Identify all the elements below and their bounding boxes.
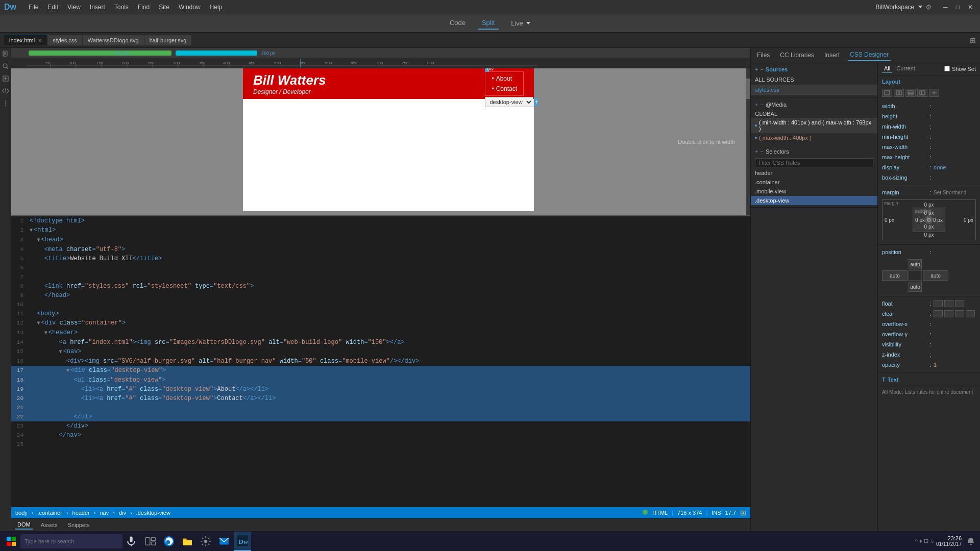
start-button[interactable] xyxy=(2,532,20,550)
breadcrumb-nav[interactable]: nav xyxy=(100,510,109,516)
menu-view[interactable]: View xyxy=(63,3,85,12)
selector-container[interactable]: .container xyxy=(751,178,877,187)
padding-left-value[interactable]: 0 px xyxy=(915,217,925,223)
tab-files[interactable]: Files xyxy=(755,49,772,61)
padding-right-value[interactable]: 0 px xyxy=(933,217,943,223)
menu-window[interactable]: Window xyxy=(175,3,205,12)
live-view-button[interactable]: Live xyxy=(507,17,534,30)
maximize-button[interactable]: □ xyxy=(953,4,963,11)
pos-bottom[interactable]: auto xyxy=(909,282,922,292)
live-dropdown-icon[interactable] xyxy=(526,22,530,24)
breadcrumb-body[interactable]: body xyxy=(15,510,28,516)
layout-icon-3[interactable] xyxy=(905,89,916,97)
tab-css-designer[interactable]: CSS Designer xyxy=(848,49,891,61)
selector-header[interactable]: header xyxy=(751,168,877,178)
menu-tools[interactable]: Tools xyxy=(110,3,133,12)
collapse-triangle[interactable]: ▼ xyxy=(66,368,69,373)
layout-icon-2[interactable] xyxy=(894,89,904,97)
media-add-icon[interactable]: + xyxy=(755,102,758,108)
menu-edit[interactable]: Edit xyxy=(43,3,62,12)
nav-link-about[interactable]: About xyxy=(489,74,519,83)
float-left-icon[interactable] xyxy=(944,300,953,307)
nav-link-contact[interactable]: Contact xyxy=(489,84,519,93)
props-tab-all[interactable]: All xyxy=(882,64,892,73)
taskbar-search-input[interactable] xyxy=(20,534,122,548)
taskbar-task-view-icon[interactable] xyxy=(142,532,159,551)
menu-help[interactable]: Help xyxy=(206,3,227,12)
tab-index-html[interactable]: index.html ✕ xyxy=(4,35,47,45)
code-view-button[interactable]: Code xyxy=(446,17,470,30)
box-link-icon[interactable] xyxy=(925,216,933,224)
prop-value[interactable]: none xyxy=(934,164,976,170)
show-set-checkbox[interactable] xyxy=(944,66,950,71)
layout-icon-4[interactable] xyxy=(917,89,927,97)
sidebar-search-icon[interactable] xyxy=(2,62,10,70)
collapse-triangle[interactable]: ▼ xyxy=(37,237,40,243)
float-none-icon[interactable] xyxy=(934,300,943,307)
tab-styles-css[interactable]: styles.css xyxy=(47,35,83,45)
view-dropdown-select[interactable]: desktop-view xyxy=(485,97,533,107)
breadcrumb-desktop-view[interactable]: .desktop-view xyxy=(136,510,170,516)
taskbar-mail-icon[interactable] xyxy=(215,532,233,551)
clear-both-icon[interactable] xyxy=(966,310,975,317)
sources-minus-icon[interactable]: − xyxy=(760,66,763,72)
media-query-1[interactable]: ( max-width : 400px ) xyxy=(751,133,877,142)
menu-find[interactable]: Find xyxy=(134,3,154,12)
filter-icon[interactable]: ⊞ xyxy=(970,36,976,44)
breadcrumb-container[interactable]: .container xyxy=(38,510,62,516)
tab-cc-libraries[interactable]: CC Libraries xyxy=(778,49,816,61)
tab-close-icon[interactable]: ✕ xyxy=(38,38,42,43)
minimize-button[interactable]: ─ xyxy=(940,4,951,11)
clear-left-icon[interactable] xyxy=(944,310,953,317)
breadcrumb-div[interactable]: div xyxy=(119,510,126,516)
margin-left-value[interactable]: 0 px xyxy=(885,217,894,223)
collapse-triangle[interactable]: ▼ xyxy=(59,349,62,355)
taskbar-mic-icon[interactable] xyxy=(122,532,140,551)
collapse-triangle[interactable]: ▼ xyxy=(44,330,47,336)
selector-desktop-view[interactable]: .desktop-view xyxy=(751,196,877,205)
media-minus-icon[interactable]: − xyxy=(760,102,763,108)
sidebar-code-icon[interactable] xyxy=(2,87,10,95)
margin-top-value[interactable]: 0 px xyxy=(924,202,934,208)
prop-set-shorthand[interactable]: Set Shorthand xyxy=(934,190,976,195)
tab-half-burger[interactable]: half-burger.svg xyxy=(144,35,192,45)
fit-width-button[interactable]: Double click to fit width »» xyxy=(678,137,746,146)
taskbar-explorer-icon[interactable] xyxy=(179,532,196,551)
sidebar-files-icon[interactable] xyxy=(2,50,10,58)
tab-insert[interactable]: Insert xyxy=(822,49,842,61)
float-right-icon[interactable] xyxy=(955,300,964,307)
clear-none-icon[interactable] xyxy=(934,310,943,317)
sidebar-insert-icon[interactable] xyxy=(2,74,10,83)
preview-scrollbar[interactable] xyxy=(746,68,750,215)
status-language[interactable]: HTML xyxy=(652,510,668,516)
menu-file[interactable]: File xyxy=(24,3,42,12)
tab-watters-logo[interactable]: WatterssDDlogo.svg xyxy=(83,35,144,45)
pos-top[interactable]: auto xyxy=(909,259,922,269)
sidebar-more-icon[interactable] xyxy=(2,99,10,107)
pos-right[interactable]: auto xyxy=(923,270,948,281)
sources-add-icon[interactable]: + xyxy=(755,66,758,72)
prop-value[interactable]: 1 xyxy=(934,362,976,368)
breadcrumb-header[interactable]: header xyxy=(72,510,90,516)
collapse-triangle[interactable]: ▼ xyxy=(37,320,40,326)
source-file-styles[interactable]: styles.css xyxy=(751,85,877,95)
props-tab-current[interactable]: Current xyxy=(894,64,917,73)
selector-mobile-view[interactable]: .mobile-view xyxy=(751,187,877,196)
workspace-dropdown-icon[interactable] xyxy=(918,6,922,8)
clear-right-icon[interactable] xyxy=(955,310,964,317)
pos-left[interactable]: auto xyxy=(882,270,908,281)
selectors-minus-icon[interactable]: − xyxy=(760,148,763,155)
split-view-button[interactable]: Split xyxy=(478,17,499,30)
media-query-0[interactable]: ( min-width : 401px ) and ( max-width : … xyxy=(751,118,877,133)
menu-site[interactable]: Site xyxy=(155,3,174,12)
margin-right-value[interactable]: 0 px xyxy=(964,217,973,223)
gear-icon[interactable]: ⚙ xyxy=(925,3,932,11)
selectors-add-icon[interactable]: + xyxy=(755,148,758,155)
layout-icon-1[interactable] xyxy=(882,89,892,97)
taskbar-dreamweaver-icon[interactable]: Dw xyxy=(234,532,251,551)
collapse-triangle[interactable]: ▼ xyxy=(30,228,33,233)
taskbar-settings-icon[interactable] xyxy=(197,532,214,551)
padding-bottom-value[interactable]: 0 px xyxy=(924,224,934,230)
code-pane[interactable]: 1 <!doctype html> 2 ▼<html> 3 ▼<head> 4 … xyxy=(11,216,750,507)
taskbar-edge-icon[interactable] xyxy=(160,532,178,551)
